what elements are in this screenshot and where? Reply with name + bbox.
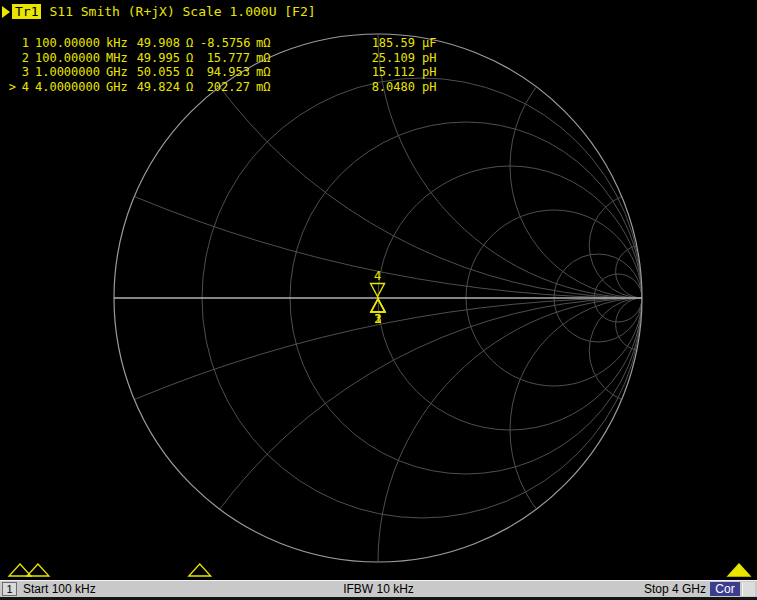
- marker-runit-value: Ω: [186, 80, 196, 95]
- marker-funit-value: GHz: [106, 65, 132, 80]
- reactance-arc: [114, 298, 757, 600]
- marker-row: 2100.00000MHz49.995Ω15.777mΩ25.109pH: [0, 51, 446, 66]
- marker-readout-table: 1100.00000kHz49.908Ω-8.5756mΩ185.59µF210…: [0, 36, 446, 94]
- marker-eunit-value: µF: [422, 36, 446, 51]
- status-spare-box: [742, 582, 755, 596]
- stimulus-marker[interactable]: [27, 564, 49, 576]
- marker-freq-value: 4.0000000: [33, 80, 100, 95]
- marker-res-value: 49.995: [134, 51, 180, 66]
- stimulus-marker[interactable]: [189, 564, 211, 576]
- marker-equiv-value: 185.59: [360, 36, 415, 51]
- marker-equiv-value: 25.109: [360, 51, 415, 66]
- marker-react-value: 202.27: [200, 80, 250, 95]
- reactance-arc: [510, 298, 757, 562]
- marker-row: 31.0000000GHz50.055Ω94.953mΩ15.112pH: [0, 65, 446, 80]
- marker-label: 4: [374, 269, 381, 283]
- marker-react-value: 94.953: [200, 65, 250, 80]
- marker-xunit-value: mΩ: [256, 36, 276, 51]
- marker-num-value: 1: [16, 36, 29, 51]
- reactance-arc: [510, 34, 757, 298]
- marker-funit-value: MHz: [106, 51, 132, 66]
- stop-frequency-label[interactable]: Stop 4 GHz: [644, 581, 706, 597]
- stimulus-marker-active[interactable]: [728, 564, 750, 576]
- marker-sel-value: [0, 36, 16, 51]
- stimulus-marker[interactable]: [9, 564, 31, 576]
- marker-freq-value: 100.00000: [33, 36, 100, 51]
- trace-badge[interactable]: Tr1: [12, 4, 41, 19]
- marker-freq-value: 100.00000: [33, 51, 100, 66]
- marker-funit-value: kHz: [106, 36, 132, 51]
- marker-symbol-active[interactable]: [371, 283, 385, 296]
- marker-res-value: 49.824: [134, 80, 180, 95]
- marker-num-value: 4: [16, 80, 29, 95]
- marker-runit-value: Ω: [186, 65, 196, 80]
- marker-num-value: 2: [16, 51, 29, 66]
- vna-screen: 1234 Tr1 S11 Smith (R+jX) Scale 1.000U […: [0, 0, 757, 600]
- marker-react-value: 15.777: [200, 51, 250, 66]
- marker-freq-value: 1.0000000: [33, 65, 100, 80]
- marker-react-value: -8.5756: [200, 36, 250, 51]
- marker-res-value: 50.055: [134, 65, 180, 80]
- marker-eunit-value: pH: [422, 51, 446, 66]
- marker-runit-value: Ω: [186, 51, 196, 66]
- marker-eunit-value: pH: [422, 80, 446, 95]
- marker-xunit-value: mΩ: [256, 80, 276, 95]
- marker-num-value: 3: [16, 65, 29, 80]
- marker-xunit-value: mΩ: [256, 65, 276, 80]
- marker-res-value: 49.908: [134, 36, 180, 51]
- marker-equiv-value: 15.112: [360, 65, 415, 80]
- channel-number-box: 1: [2, 582, 17, 596]
- active-trace-pointer-icon: [2, 6, 10, 18]
- marker-label: 3: [375, 312, 382, 326]
- channel-status-bar: 1 Start 100 kHz IFBW 10 kHz Stop 4 GHz C…: [0, 580, 757, 597]
- marker-xunit-value: mΩ: [256, 51, 276, 66]
- marker-row: >44.0000000GHz49.824Ω202.27mΩ8.0480pH: [0, 80, 446, 95]
- ifbw-label[interactable]: IFBW 10 kHz: [343, 581, 414, 597]
- marker-sel-value: [0, 51, 16, 66]
- marker-runit-value: Ω: [186, 36, 196, 51]
- marker-sel-value: >: [0, 80, 16, 95]
- trace-title-bar[interactable]: Tr1 S11 Smith (R+jX) Scale 1.000U [F2]: [2, 3, 316, 20]
- marker-equiv-value: 8.0480: [360, 80, 415, 95]
- marker-funit-value: GHz: [106, 80, 132, 95]
- trace-title-text[interactable]: S11 Smith (R+jX) Scale 1.000U [F2]: [49, 4, 315, 19]
- marker-row: 1100.00000kHz49.908Ω-8.5756mΩ185.59µF: [0, 36, 446, 51]
- reactance-arc: [378, 298, 757, 600]
- marker-sel-value: [0, 65, 16, 80]
- marker-eunit-value: pH: [422, 65, 446, 80]
- correction-status-badge: Cor: [710, 582, 740, 596]
- start-frequency-label[interactable]: Start 100 kHz: [23, 581, 96, 597]
